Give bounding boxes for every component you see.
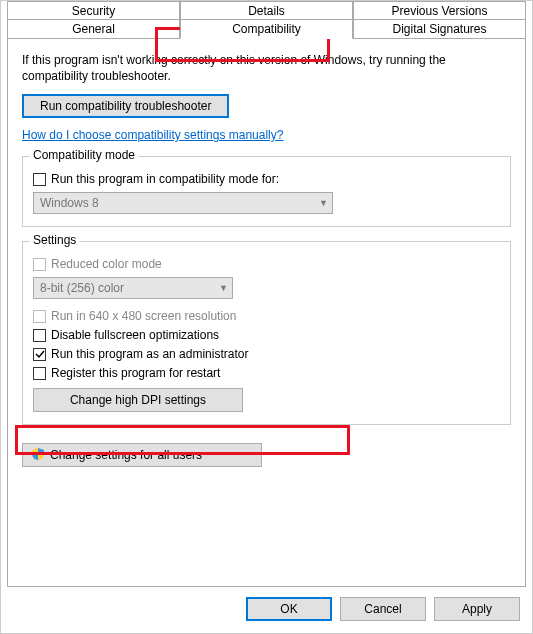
change-high-dpi-button[interactable]: Change high DPI settings [33, 388, 243, 412]
chevron-down-icon: ▼ [319, 198, 328, 208]
register-restart-label: Register this program for restart [51, 366, 220, 380]
chevron-down-icon: ▼ [219, 283, 228, 293]
tab-strip: Security Details Previous Versions Gener… [1, 1, 532, 39]
intro-text: If this program isn't working correctly … [22, 53, 511, 84]
disable-fullscreen-label: Disable fullscreen optimizations [51, 328, 219, 342]
register-restart-checkbox[interactable] [33, 367, 46, 380]
disable-fullscreen-checkbox[interactable] [33, 329, 46, 342]
tab-security[interactable]: Security [7, 1, 180, 20]
settings-group: Settings Reduced color mode 8-bit (256) … [22, 241, 511, 425]
compat-os-combobox[interactable]: Windows 8 ▼ [33, 192, 333, 214]
apply-button[interactable]: Apply [434, 597, 520, 621]
run-640-checkbox [33, 310, 46, 323]
reduced-color-checkbox [33, 258, 46, 271]
compat-mode-label: Run this program in compatibility mode f… [51, 172, 279, 186]
run-as-admin-label: Run this program as an administrator [51, 347, 248, 361]
compat-mode-checkbox[interactable] [33, 173, 46, 186]
compatibility-mode-group: Compatibility mode Run this program in c… [22, 156, 511, 227]
dialog-footer: OK Cancel Apply [1, 587, 532, 633]
check-icon [35, 349, 45, 359]
reduced-color-label: Reduced color mode [51, 257, 162, 271]
cancel-button[interactable]: Cancel [340, 597, 426, 621]
properties-dialog: Security Details Previous Versions Gener… [0, 0, 533, 634]
group-title-compat: Compatibility mode [30, 148, 138, 162]
run-as-admin-checkbox[interactable] [33, 348, 46, 361]
tab-digital-signatures[interactable]: Digital Signatures [353, 19, 526, 39]
compat-os-value: Windows 8 [40, 196, 99, 210]
run-640-label: Run in 640 x 480 screen resolution [51, 309, 236, 323]
manual-settings-link[interactable]: How do I choose compatibility settings m… [22, 128, 283, 142]
tab-general[interactable]: General [7, 19, 180, 39]
change-all-users-button[interactable]: Change settings for all users [22, 443, 262, 467]
shield-icon [31, 447, 45, 461]
group-title-settings: Settings [30, 233, 79, 247]
color-depth-combobox: 8-bit (256) color ▼ [33, 277, 233, 299]
ok-button[interactable]: OK [246, 597, 332, 621]
tab-panel-compatibility: If this program isn't working correctly … [7, 38, 526, 587]
color-depth-value: 8-bit (256) color [40, 281, 124, 295]
tab-previous-versions[interactable]: Previous Versions [353, 1, 526, 20]
tab-compatibility[interactable]: Compatibility [180, 19, 353, 39]
change-all-users-label: Change settings for all users [50, 448, 202, 462]
run-troubleshooter-button[interactable]: Run compatibility troubleshooter [22, 94, 229, 118]
tab-details[interactable]: Details [180, 1, 353, 20]
